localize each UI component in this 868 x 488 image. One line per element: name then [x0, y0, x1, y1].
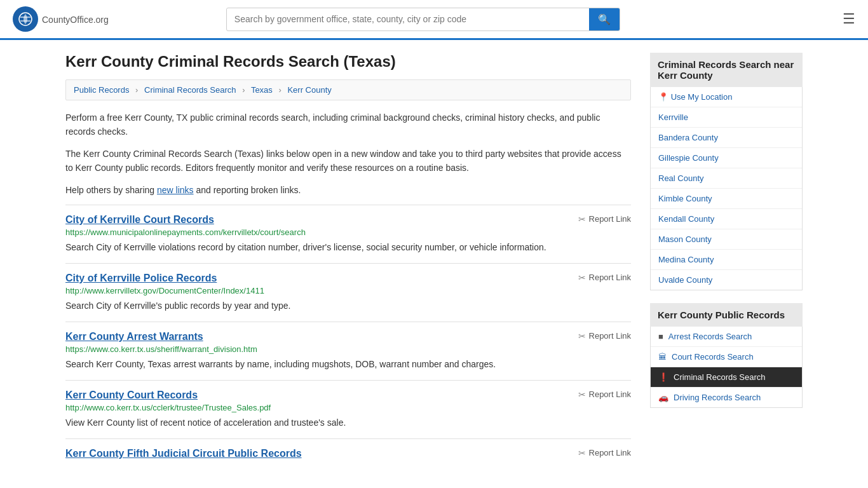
report-link-label: Report Link — [589, 214, 631, 224]
list-item: Mason County — [651, 229, 802, 250]
nearby-section: Criminal Records Search near Kerr County… — [650, 53, 803, 290]
breadcrumb-kerr-county[interactable]: Kerr County — [287, 85, 331, 95]
result-title-link[interactable]: Kerr County Court Records — [65, 390, 198, 401]
public-records-section: Kerr County Public Records ■ Arrest Reco… — [650, 303, 803, 408]
search-button[interactable]: 🔍 — [589, 8, 620, 30]
logo-icon — [13, 6, 38, 32]
nearby-link[interactable]: Kerrville — [651, 107, 802, 127]
result-title-link[interactable]: City of Kerrville Police Records — [65, 273, 217, 284]
report-link-label: Report Link — [589, 390, 631, 399]
list-item: ■ Arrest Records Search — [651, 327, 802, 347]
result-item: Kerr County Court Records ✂ Report Link … — [65, 380, 631, 438]
list-item: Medina County — [651, 250, 802, 270]
criminal-records-link[interactable]: ❗ Criminal Records Search — [651, 367, 802, 387]
list-item: Real County — [651, 168, 802, 189]
breadcrumb-sep-2: › — [242, 85, 245, 95]
list-item: Kendall County — [651, 209, 802, 229]
arrest-icon: ■ — [658, 332, 663, 341]
list-item: Kerrville — [651, 107, 802, 128]
list-item: Gillespie County — [651, 148, 802, 168]
list-item: Uvalde County — [651, 270, 802, 290]
records-heading: Kerr County Public Records — [650, 303, 803, 327]
logo[interactable]: CountyOffice.org — [13, 6, 109, 32]
nearby-link[interactable]: Gillespie County — [651, 148, 802, 168]
criminal-icon: ❗ — [658, 372, 668, 382]
result-item: City of Kerrville Police Records ✂ Repor… — [65, 263, 631, 322]
court-records-label: Court Records Search — [672, 352, 754, 362]
driving-icon: 🚗 — [658, 393, 668, 402]
use-my-location-label: Use My Location — [671, 92, 733, 102]
arrest-records-link[interactable]: ■ Arrest Records Search — [651, 327, 802, 346]
result-url: http://www.kerrvilletx.gov/DocumentCente… — [65, 286, 631, 295]
nearby-link[interactable]: Kimble County — [651, 189, 802, 208]
result-url: https://www.municipalonlinepayments.com/… — [65, 227, 631, 237]
nearby-link[interactable]: Bandera County — [651, 128, 802, 147]
result-title-link[interactable]: Kerr County Fifth Judicial Circuit Publi… — [65, 448, 302, 459]
hamburger-icon: ☰ — [843, 11, 855, 27]
logo-text: CountyOffice.org — [42, 13, 109, 26]
search-icon: 🔍 — [598, 13, 611, 25]
breadcrumb-public-records[interactable]: Public Records — [74, 85, 129, 95]
result-item: Kerr County Fifth Judicial Circuit Publi… — [65, 438, 631, 468]
list-item: Bandera County — [651, 128, 802, 148]
result-title-link[interactable]: Kerr County Arrest Warrants — [65, 331, 203, 342]
report-icon: ✂ — [578, 214, 586, 224]
result-description: View Kerr County list of recent notice o… — [65, 416, 631, 430]
criminal-records-label: Criminal Records Search — [674, 372, 766, 382]
court-icon: 🏛 — [658, 352, 667, 362]
pin-icon: 📍 — [658, 92, 668, 102]
nearby-link[interactable]: Mason County — [651, 229, 802, 249]
result-title-link[interactable]: City of Kerrville Court Records — [65, 214, 214, 226]
report-icon: ✂ — [578, 331, 586, 341]
nearby-list: 📍 Use My Location Kerrville Bandera Coun… — [650, 87, 803, 290]
report-link-label: Report Link — [589, 448, 631, 458]
search-bar: 🔍 — [226, 8, 620, 31]
driving-records-link[interactable]: 🚗 Driving Records Search — [651, 388, 802, 407]
result-item: City of Kerrville Court Records ✂ Report… — [65, 205, 631, 263]
main-container: Kerr County Criminal Records Search (Tex… — [53, 40, 815, 481]
list-item: Kimble County — [651, 189, 802, 209]
results-list: City of Kerrville Court Records ✂ Report… — [65, 205, 631, 468]
report-icon: ✂ — [578, 390, 586, 400]
report-link-button[interactable]: ✂ Report Link — [578, 331, 631, 341]
result-description: Search Kerr County, Texas arrest warrant… — [65, 358, 631, 371]
result-url: http://www.co.kerr.tx.us/cclerk/trustee/… — [65, 403, 631, 412]
result-item: Kerr County Arrest Warrants ✂ Report Lin… — [65, 322, 631, 380]
report-icon: ✂ — [578, 448, 586, 458]
report-link-button[interactable]: ✂ Report Link — [578, 390, 631, 400]
description-1: Perform a free Kerr County, TX public cr… — [65, 111, 631, 139]
report-link-button[interactable]: ✂ Report Link — [578, 273, 631, 283]
search-input[interactable] — [227, 9, 589, 29]
description-3-after: and reporting broken links. — [194, 185, 301, 195]
breadcrumb-sep-1: › — [135, 85, 138, 95]
driving-records-label: Driving Records Search — [674, 393, 761, 402]
nearby-link[interactable]: Uvalde County — [651, 270, 802, 290]
menu-button[interactable]: ☰ — [843, 11, 855, 27]
description-3: Help others by sharing new links and rep… — [65, 183, 631, 197]
list-item: 📍 Use My Location — [651, 87, 802, 107]
site-header: CountyOffice.org 🔍 ☰ — [0, 0, 868, 40]
list-item: ❗ Criminal Records Search — [651, 367, 802, 388]
description-section: Perform a free Kerr County, TX public cr… — [65, 111, 631, 197]
new-links-link[interactable]: new links — [157, 185, 194, 195]
records-list: ■ Arrest Records Search 🏛 Court Records … — [650, 327, 803, 408]
page-title: Kerr County Criminal Records Search (Tex… — [65, 53, 631, 71]
arrest-records-label: Arrest Records Search — [668, 332, 752, 341]
report-link-label: Report Link — [589, 331, 631, 341]
court-records-link[interactable]: 🏛 Court Records Search — [651, 347, 802, 367]
breadcrumb-texas[interactable]: Texas — [251, 85, 273, 95]
list-item: 🏛 Court Records Search — [651, 347, 802, 367]
report-link-button[interactable]: ✂ Report Link — [578, 214, 631, 224]
nearby-link[interactable]: Kendall County — [651, 209, 802, 229]
nearby-link[interactable]: Medina County — [651, 250, 802, 269]
report-icon: ✂ — [578, 273, 586, 283]
nearby-heading: Criminal Records Search near Kerr County — [650, 53, 803, 87]
breadcrumb: Public Records › Criminal Records Search… — [65, 79, 631, 100]
list-item: 🚗 Driving Records Search — [651, 388, 802, 407]
sidebar: Criminal Records Search near Kerr County… — [650, 53, 803, 468]
nearby-link[interactable]: Real County — [651, 168, 802, 188]
content-area: Kerr County Criminal Records Search (Tex… — [65, 53, 631, 468]
breadcrumb-criminal-records[interactable]: Criminal Records Search — [144, 85, 236, 95]
use-my-location-link[interactable]: 📍 Use My Location — [651, 87, 802, 107]
report-link-button[interactable]: ✂ Report Link — [578, 448, 631, 458]
